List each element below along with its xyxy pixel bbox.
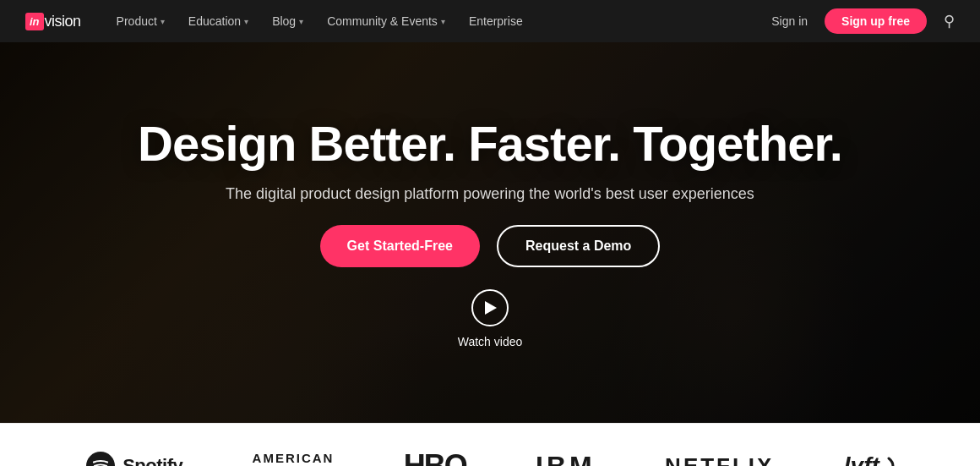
hero-subtitle: The digital product design platform powe… (226, 185, 754, 203)
chevron-down-icon: ▾ (161, 17, 165, 26)
netflix-logo: NETFLIX (665, 453, 774, 467)
hero-section: Design Better. Faster. Together. The dig… (0, 42, 980, 423)
search-icon[interactable]: ⚲ (944, 12, 955, 30)
hbo-text: HBO (404, 448, 466, 466)
nav-item-community[interactable]: Community & Events ▾ (317, 0, 455, 42)
navbar: in vision Product ▾ Education ▾ Blog ▾ C… (0, 0, 980, 42)
watch-video-label: Watch video (458, 335, 523, 348)
logo[interactable]: in vision (25, 13, 81, 30)
play-icon (485, 301, 497, 315)
logo-vision: vision (45, 13, 81, 30)
hero-content: Design Better. Faster. Together. The dig… (138, 117, 842, 349)
play-button[interactable] (471, 289, 509, 326)
chevron-down-icon: ▾ (299, 17, 303, 26)
logos-section: Spotify AMERICANEXPRESS HBO IBM NETFLIX … (0, 423, 980, 466)
hbo-logo: HBO (404, 448, 466, 466)
nav-right: Sign in Sign up free ⚲ (771, 8, 955, 34)
spotify-text: Spotify (122, 455, 182, 466)
lyft-text: lyft (844, 452, 879, 466)
sign-in-link[interactable]: Sign in (771, 14, 808, 28)
request-demo-button[interactable]: Request a Demo (497, 225, 660, 267)
sign-up-button[interactable]: Sign up free (825, 8, 927, 34)
amex-logo: AMERICANEXPRESS (253, 450, 335, 467)
amex-text: AMERICANEXPRESS (253, 450, 335, 467)
hero-title: Design Better. Faster. Together. (138, 117, 842, 171)
nav-item-product[interactable]: Product ▾ (106, 0, 175, 42)
spotify-icon (85, 451, 116, 466)
nav-item-education[interactable]: Education ▾ (178, 0, 259, 42)
nav-item-blog[interactable]: Blog ▾ (262, 0, 313, 42)
spotify-logo: Spotify (85, 451, 182, 466)
hero-buttons: Get Started-Free Request a Demo (320, 225, 661, 267)
nav-item-enterprise[interactable]: Enterprise (459, 0, 533, 42)
watch-video-button[interactable]: Watch video (458, 289, 523, 348)
get-started-button[interactable]: Get Started-Free (320, 225, 480, 267)
ibm-text: IBM (536, 451, 596, 467)
netflix-text: NETFLIX (665, 453, 774, 467)
lyft-logo: lyft (844, 452, 895, 466)
lyft-icon (883, 457, 895, 466)
logo-in: in (25, 13, 44, 30)
chevron-down-icon: ▾ (244, 17, 248, 26)
nav-links: Product ▾ Education ▾ Blog ▾ Community &… (106, 0, 772, 42)
chevron-down-icon: ▾ (441, 17, 445, 26)
ibm-logo: IBM (536, 451, 596, 467)
